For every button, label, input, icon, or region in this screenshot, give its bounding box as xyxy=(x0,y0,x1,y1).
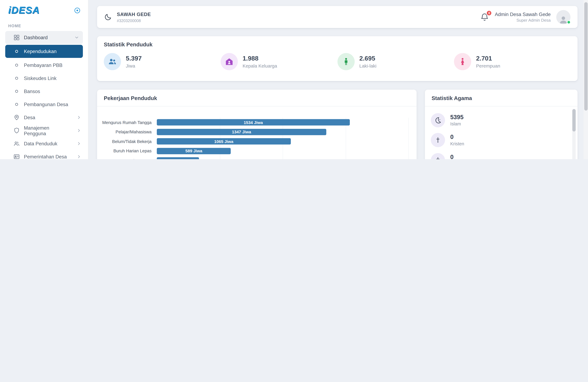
sidebar-item-dashboard[interactable]: Dashboard xyxy=(5,31,83,44)
stat-label: Laki-laki xyxy=(359,63,377,69)
sidebar-item-label: Pembangunan Desa xyxy=(24,102,68,107)
category-label: Mengurus Rumah Tangga xyxy=(101,120,157,125)
user-block: Admin Desa Sawah Gede Super Admin Desa xyxy=(495,12,551,22)
gridline xyxy=(408,118,409,159)
chart-row: Belum/Tidak Bekerja1065 Jiwa xyxy=(101,137,408,146)
chevron-right-icon xyxy=(77,115,81,120)
stat-label: Kepala Keluarga xyxy=(243,63,277,69)
agama-title: Statistik Agama xyxy=(425,90,578,106)
sidebar-item-pemerintahan-desa[interactable]: Pemerintahan Desa xyxy=(0,150,88,159)
circle-icon xyxy=(13,88,20,94)
sidebar-item-label: Desa xyxy=(24,115,35,120)
sidebar-item-pembayaran-pbb[interactable]: Pembayaran PBB xyxy=(0,59,88,72)
bar: 1065 Jiwa xyxy=(157,138,291,145)
sidebar-item-siskeudes-link[interactable]: Siskeudes Link xyxy=(0,72,88,85)
agama-value: 0 xyxy=(450,134,464,141)
sidebar-item-bansos[interactable]: Bansos xyxy=(0,85,88,98)
stat-label: Jiwa xyxy=(126,63,142,69)
category-label: Wiraswasta xyxy=(101,158,157,159)
sidebar: iDESA HOMEDashboardKependudukanPembayara… xyxy=(0,0,88,159)
main-content: SAWAH GEDE #3203200008 0 Admin Desa Sawa… xyxy=(88,0,588,159)
notifications-button[interactable]: 0 xyxy=(480,12,489,21)
user-role: Super Admin Desa xyxy=(495,18,551,22)
agama-row-kristen: 0Kristen xyxy=(431,130,572,150)
category-label: Pelajar/Mahasiswa xyxy=(101,130,157,134)
sidebar-item-data-penduduk[interactable]: Data Penduduk xyxy=(0,137,88,150)
stats-row: 5.397Jiwa1.988Kepala Keluarga2.695Laki-l… xyxy=(104,53,571,70)
circle-icon xyxy=(13,48,20,55)
circle-icon xyxy=(13,62,20,68)
village-code: #3203200008 xyxy=(117,18,151,22)
idcard-icon xyxy=(13,153,20,159)
stat-value: 2.695 xyxy=(359,55,377,62)
chevron-down-icon xyxy=(74,35,79,40)
village-name: SAWAH GEDE xyxy=(117,11,151,17)
sidebar-item-label: Dashboard xyxy=(24,35,48,40)
shield-icon xyxy=(13,127,20,134)
topbar-right: 0 Admin Desa Sawah Gede Super Admin Desa xyxy=(480,10,570,24)
circle-icon xyxy=(13,101,20,107)
avatar[interactable] xyxy=(556,10,570,24)
user-name: Admin Desa Sawah Gede xyxy=(495,12,551,17)
pekerjaan-chart-card: Pekerjaan Penduduk Mengurus Rumah Tangga… xyxy=(97,90,417,159)
chart-row: Wiraswasta335 Jiwa xyxy=(101,156,408,159)
circle-icon xyxy=(13,75,20,81)
cross-icon xyxy=(431,133,445,147)
statistik-agama-card: Statistik Agama 5395Islam0Kristen0Katoli… xyxy=(425,90,578,159)
page-scrollbar[interactable] xyxy=(584,0,588,159)
sidebar-item-label: Bansos xyxy=(24,88,40,94)
sidebar-item-label: Siskeudes Link xyxy=(24,75,57,81)
house-user-icon xyxy=(221,53,238,70)
stats-title: Statistik Penduduk xyxy=(104,42,571,47)
sidebar-item-kependudukan[interactable]: Kependudukan xyxy=(5,45,83,58)
agama-value: 0 xyxy=(450,154,463,159)
agama-row-islam: 5395Islam xyxy=(431,110,572,130)
sidebar-nav: HOMEDashboardKependudukanPembayaran PBBS… xyxy=(0,18,88,159)
bar-track: 1534 Jiwa xyxy=(157,119,408,126)
pin-icon xyxy=(13,114,20,121)
bar-track: 589 Jiwa xyxy=(157,148,408,154)
bar: 335 Jiwa xyxy=(157,157,199,159)
stat-text: 2.701Perempuan xyxy=(476,55,500,69)
category-label: Buruh Harian Lepas xyxy=(101,149,157,153)
sidebar-item-label: Data Penduduk xyxy=(24,141,57,147)
moon-icon[interactable] xyxy=(104,13,112,21)
sidebar-toggle-icon[interactable] xyxy=(74,7,81,14)
crescent-icon xyxy=(431,113,445,127)
notification-badge: 0 xyxy=(486,10,492,16)
sidebar-item-pembangunan-desa[interactable]: Pembangunan Desa xyxy=(0,98,88,111)
stat-item: 5.397Jiwa xyxy=(104,53,221,70)
female-icon xyxy=(454,53,471,70)
chart-row: Buruh Harian Lepas589 Jiwa xyxy=(101,146,408,156)
grid-icon xyxy=(13,34,20,41)
stat-value: 5.397 xyxy=(126,55,142,62)
page-scrollbar-thumb[interactable] xyxy=(584,2,588,110)
stat-text: 2.695Laki-laki xyxy=(359,55,377,69)
stat-item: 2.695Laki-laki xyxy=(337,53,454,70)
statistik-penduduk-card: Statistik Penduduk 5.397Jiwa1.988Kepala … xyxy=(97,36,578,81)
sidebar-item-label: Manajemen Pengguna xyxy=(24,125,72,136)
person-icon xyxy=(558,14,568,24)
sidebar-item-manajemen-pengguna[interactable]: Manajemen Pengguna xyxy=(0,124,88,137)
agama-scrollbar[interactable] xyxy=(572,109,576,159)
agama-label: Islam xyxy=(450,121,463,127)
bar: 589 Jiwa xyxy=(157,148,231,154)
chevron-right-icon xyxy=(77,128,81,133)
agama-text: 0Katolik xyxy=(450,154,463,159)
online-status-dot xyxy=(567,20,570,24)
chart-rows: Mengurus Rumah Tangga1534 JiwaPelajar/Ma… xyxy=(101,118,408,159)
category-label: Belum/Tidak Bekerja xyxy=(101,139,157,144)
pekerjaan-bar-chart: Mengurus Rumah Tangga1534 JiwaPelajar/Ma… xyxy=(97,106,417,159)
bar: 1347 Jiwa xyxy=(157,129,326,135)
sidebar-item-label: Kependudukan xyxy=(24,48,57,54)
topbar: SAWAH GEDE #3203200008 0 Admin Desa Sawa… xyxy=(97,6,578,28)
sidebar-section-label: HOME xyxy=(0,18,88,31)
bar-track: 335 Jiwa xyxy=(157,157,408,159)
pekerjaan-chart-title: Pekerjaan Penduduk xyxy=(97,90,417,106)
cross-latin-icon xyxy=(431,153,445,159)
app-logo: iDESA xyxy=(8,4,40,16)
sidebar-item-desa[interactable]: Desa xyxy=(0,111,88,124)
stat-item: 2.701Perempuan xyxy=(454,53,571,70)
village-block: SAWAH GEDE #3203200008 xyxy=(117,11,151,22)
bar: 1534 Jiwa xyxy=(157,119,350,126)
